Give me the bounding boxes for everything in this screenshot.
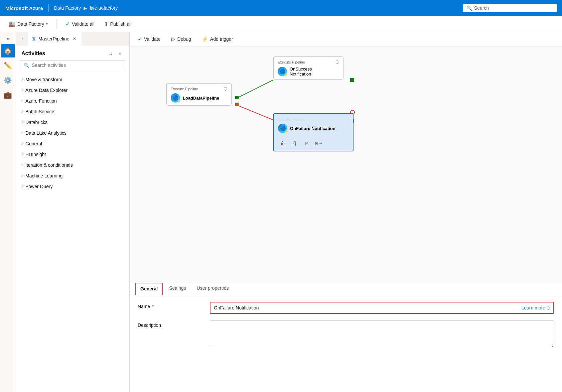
node-body: 🔵 ⚡ LoadDataPipeline bbox=[171, 93, 227, 103]
onsuccess-notification-node[interactable]: Execute Pipeline ⬡ 🔵 ⚡ OnSuccessNotifica… bbox=[273, 56, 343, 80]
bottom-panel: General Settings User properties Name * bbox=[130, 282, 562, 392]
external-link-icon[interactable]: ⬡ bbox=[335, 59, 339, 64]
manage-icon[interactable]: 💼 bbox=[1, 88, 15, 102]
breadcrumb: Data Factory ▶ live-adfactory bbox=[54, 5, 118, 11]
group-move-transform[interactable]: › Move & transform bbox=[16, 74, 129, 85]
name-form-row: Name * Learn more ⬡ bbox=[138, 302, 554, 314]
validate-button[interactable]: ✓ Validate bbox=[135, 35, 163, 43]
group-general[interactable]: › General bbox=[16, 138, 129, 149]
learn-more-link[interactable]: Learn more ⬡ bbox=[522, 305, 553, 310]
toolbar-factory-section: 🏭 Data Factory ▾ bbox=[5, 19, 57, 28]
group-databricks[interactable]: › Databricks bbox=[16, 117, 129, 128]
group-data-lake-analytics[interactable]: › Data Lake Analytics bbox=[16, 128, 129, 138]
name-input[interactable] bbox=[211, 303, 518, 312]
node-actions: 🗑 {} ⎘ ⊕→ bbox=[278, 136, 349, 148]
svg-rect-2 bbox=[350, 78, 354, 82]
group-label: Move & transform bbox=[25, 77, 62, 82]
node-name: LoadDataPipeline bbox=[183, 96, 219, 101]
activities-panel: » ⧖ MasterPipeline ✕ Activities ⇊ « 🔍 › … bbox=[16, 32, 130, 392]
code-button[interactable]: {} bbox=[290, 139, 299, 148]
breadcrumb-instance: live-adfactory bbox=[90, 5, 118, 11]
pipeline-tab-icon: ⧖ bbox=[32, 36, 36, 42]
debug-button[interactable]: ▷ Debug bbox=[169, 35, 194, 43]
tab-expand-button[interactable]: » bbox=[17, 33, 28, 44]
trigger-icon: ⚡ bbox=[202, 36, 208, 42]
bolt-icon: ⚡ bbox=[177, 99, 181, 103]
activities-header: Activities ⇊ « bbox=[16, 45, 129, 60]
node-body: 🔵 ⚡ OnFailure Notification bbox=[278, 124, 349, 133]
group-label: General bbox=[25, 141, 42, 146]
group-arrow-icon: › bbox=[21, 173, 23, 178]
load-data-pipeline-node[interactable]: Execute Pipeline ⬡ 🔵 ⚡ LoadDataPipeline bbox=[166, 83, 232, 106]
group-arrow-icon: › bbox=[21, 77, 23, 82]
group-label: Machine Learning bbox=[25, 173, 62, 178]
collapse-panel-button[interactable]: « bbox=[116, 49, 124, 57]
validate-label: Validate bbox=[144, 36, 161, 42]
tab-user-properties[interactable]: User properties bbox=[192, 282, 234, 295]
monitor-icon[interactable]: ⚙️ bbox=[1, 74, 15, 87]
breadcrumb-datafactory: Data Factory bbox=[54, 5, 81, 11]
onfailure-notification-node[interactable]: Execute Pipeline ⬡ 🔵 ⚡ OnFailure Notific… bbox=[273, 113, 354, 151]
search-label: Search bbox=[474, 5, 489, 11]
activities-controls: ⇊ « bbox=[107, 49, 124, 57]
add-trigger-label: Add trigger bbox=[210, 36, 233, 42]
group-arrow-icon: › bbox=[21, 109, 23, 114]
activities-list: › Move & transform › Azure Data Explorer… bbox=[16, 74, 129, 392]
tab-close-button[interactable]: ✕ bbox=[72, 36, 77, 42]
pipeline-icon: 🔵 ⚡ bbox=[278, 124, 287, 133]
group-arrow-icon: › bbox=[21, 152, 23, 157]
tab-settings[interactable]: Settings bbox=[164, 282, 191, 295]
external-link-icon[interactable]: ⬡ bbox=[224, 86, 227, 91]
collapse-all-button[interactable]: ⇊ bbox=[107, 49, 115, 57]
external-link-icon[interactable]: ⬡ bbox=[345, 117, 349, 122]
group-iteration-conditionals[interactable]: › Iteration & conditionals bbox=[16, 160, 129, 170]
connect-button[interactable]: ⊕→ bbox=[314, 139, 323, 148]
group-arrow-icon: › bbox=[21, 99, 23, 103]
home-icon[interactable]: 🏠 bbox=[1, 44, 15, 57]
chevron-down-icon: ▾ bbox=[46, 22, 48, 26]
publish-all-button[interactable]: ⬆ Publish all bbox=[101, 19, 135, 28]
group-batch-service[interactable]: › Batch Service bbox=[16, 106, 129, 117]
factory-icon: 🏭 bbox=[9, 21, 15, 27]
required-indicator: * bbox=[151, 304, 154, 309]
group-label: Databricks bbox=[25, 120, 47, 125]
pipeline-icon: 🔵 ⚡ bbox=[278, 67, 287, 76]
svg-rect-5 bbox=[235, 96, 239, 99]
group-azure-data-explorer[interactable]: › Azure Data Explorer bbox=[16, 85, 129, 96]
node-body: 🔵 ⚡ OnSuccessNotification bbox=[278, 67, 339, 77]
activities-search-input[interactable] bbox=[32, 62, 122, 68]
name-input-wrapper: Learn more ⬡ bbox=[210, 302, 554, 314]
node-header: Execute Pipeline ⬡ bbox=[278, 59, 339, 64]
rail-expand-button[interactable]: » bbox=[3, 35, 13, 43]
description-textarea[interactable] bbox=[210, 320, 554, 347]
description-form-row: Description bbox=[138, 320, 554, 348]
name-label: Name * bbox=[138, 302, 204, 309]
description-label: Description bbox=[138, 320, 204, 328]
group-arrow-icon: › bbox=[21, 141, 23, 146]
global-search-box[interactable]: 🔍 Search bbox=[463, 4, 557, 12]
external-link-icon: ⬡ bbox=[547, 306, 550, 310]
group-label: Power Query bbox=[25, 184, 53, 189]
group-arrow-icon: › bbox=[21, 88, 23, 93]
group-hdinsight[interactable]: › HDInsight bbox=[16, 149, 129, 160]
group-arrow-icon: › bbox=[21, 184, 23, 189]
node-type-label: Execute Pipeline bbox=[278, 117, 305, 121]
validate-all-button[interactable]: ✓ Validate all bbox=[62, 19, 98, 28]
delete-button[interactable]: 🗑 bbox=[278, 139, 287, 148]
group-machine-learning[interactable]: › Machine Learning bbox=[16, 170, 129, 181]
group-azure-function[interactable]: › Azure Function bbox=[16, 96, 129, 106]
tab-general[interactable]: General bbox=[135, 283, 163, 295]
node-header: Execute Pipeline ⬡ bbox=[171, 86, 227, 91]
copy-button[interactable]: ⎘ bbox=[302, 139, 311, 148]
group-power-query[interactable]: › Power Query bbox=[16, 181, 129, 192]
factory-label: Data Factory bbox=[17, 21, 44, 27]
edit-icon[interactable]: ✏️ bbox=[1, 59, 15, 72]
activities-search-box[interactable]: 🔍 bbox=[20, 60, 125, 70]
validate-icon: ✓ bbox=[138, 36, 142, 42]
data-factory-button[interactable]: 🏭 Data Factory ▾ bbox=[5, 19, 51, 28]
add-trigger-button[interactable]: ⚡ Add trigger bbox=[199, 35, 236, 43]
master-pipeline-tab[interactable]: ⧖ MasterPipeline ✕ bbox=[28, 32, 81, 45]
pipeline-canvas[interactable]: Execute Pipeline ⬡ 🔵 ⚡ LoadDataPipeline … bbox=[130, 46, 562, 282]
pipeline-tab-label: MasterPipeline bbox=[38, 36, 69, 41]
main-toolbar: 🏭 Data Factory ▾ ✓ Validate all ⬆ Publis… bbox=[0, 16, 562, 32]
